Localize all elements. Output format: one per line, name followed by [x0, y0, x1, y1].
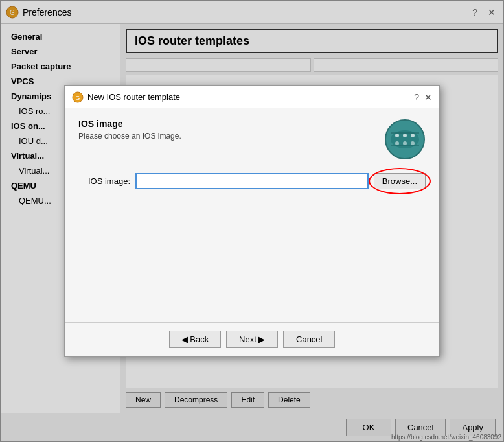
svg-point-12 — [403, 141, 407, 145]
modal-controls: ? ✕ — [414, 92, 432, 102]
modal-title-bar: G New IOS router template ? ✕ — [65, 86, 439, 108]
svg-point-13 — [411, 141, 415, 145]
browse-button[interactable]: Browse... — [374, 173, 426, 189]
browse-btn-wrapper: Browse... — [374, 173, 426, 189]
modal-header-text: IOS image Please choose an IOS image. — [78, 119, 374, 141]
next-button[interactable]: Next ▶ — [226, 331, 278, 348]
modal-header-section: IOS image Please choose an IOS image. — [78, 119, 426, 160]
modal-field-row: IOS image: Browse... — [78, 173, 426, 189]
modal-title: New IOS router template — [87, 92, 414, 102]
modal-help-button[interactable]: ? — [414, 92, 419, 102]
modal-app-icon: G — [72, 91, 84, 103]
modal-footer: ◀ Back Next ▶ Cancel — [65, 322, 439, 356]
svg-point-11 — [395, 141, 399, 145]
ios-image-label: IOS image: — [78, 176, 130, 186]
modal-dialog: G New IOS router template ? ✕ IOS image … — [64, 85, 440, 357]
modal-overlay: G New IOS router template ? ✕ IOS image … — [0, 0, 504, 442]
svg-point-8 — [395, 134, 399, 137]
ios-image-input[interactable] — [135, 173, 369, 189]
router-icon — [384, 119, 426, 160]
svg-point-9 — [403, 134, 407, 137]
back-button[interactable]: ◀ Back — [169, 331, 222, 348]
svg-text:G: G — [75, 95, 80, 101]
modal-close-button[interactable]: ✕ — [424, 92, 432, 102]
cancel-modal-button[interactable]: Cancel — [283, 331, 335, 348]
modal-body: IOS image Please choose an IOS image. — [65, 108, 439, 322]
modal-header-title: IOS image — [78, 119, 374, 129]
svg-point-10 — [411, 134, 415, 137]
modal-header-subtitle: Please choose an IOS image. — [78, 132, 374, 141]
